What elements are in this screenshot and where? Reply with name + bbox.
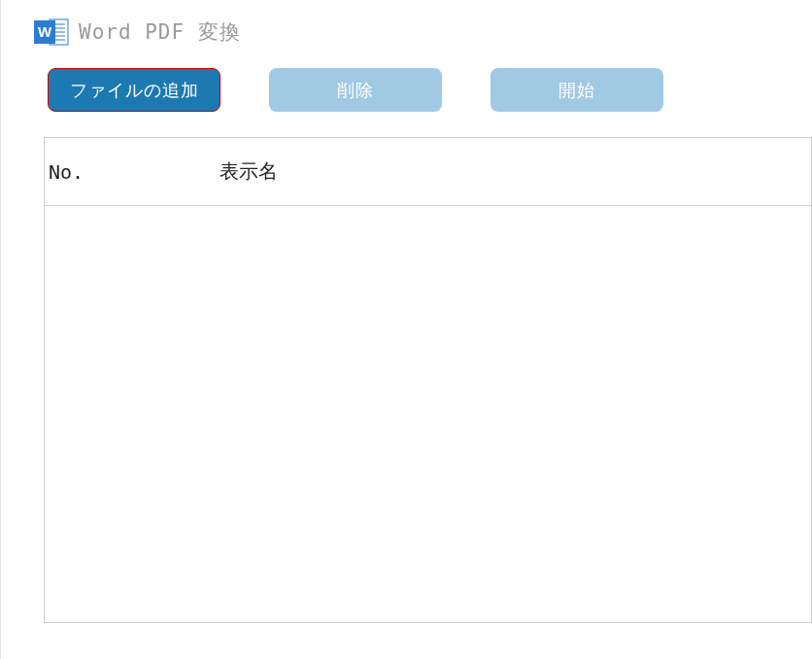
column-header-no: No.	[45, 160, 220, 184]
column-header-name: 表示名	[220, 158, 811, 185]
table-header: No. 表示名	[45, 138, 811, 206]
file-table: No. 表示名	[44, 137, 812, 623]
app-header: W Word PDF 変換	[1, 0, 812, 47]
svg-text:W: W	[38, 23, 52, 40]
toolbar: ファイルの追加 削除 開始	[1, 47, 812, 112]
table-body	[45, 206, 811, 622]
delete-button[interactable]: 削除	[269, 68, 442, 112]
word-icon: W	[34, 17, 69, 47]
add-file-button[interactable]: ファイルの追加	[48, 68, 220, 112]
app-title: Word PDF 変換	[79, 18, 241, 46]
start-button[interactable]: 開始	[491, 68, 663, 112]
